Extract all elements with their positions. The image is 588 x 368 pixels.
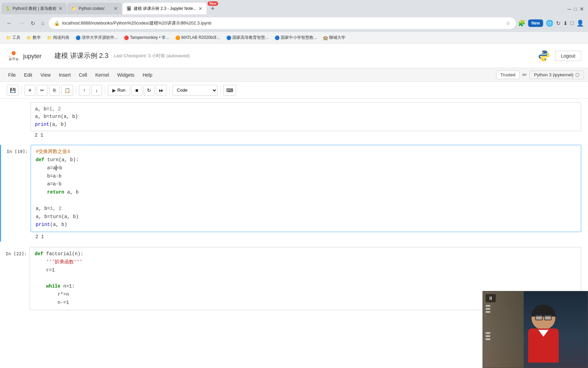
bookmark-folder-3[interactable]: 📁 阅读列表 <box>44 34 72 42</box>
bookmark-tsinghua[interactable]: 🔵 清华大学开源软件... <box>73 34 120 42</box>
bookmark-liaocheng[interactable]: 🏫 聊城大学 <box>320 34 348 42</box>
close-btn[interactable]: ✕ <box>579 6 584 12</box>
home-btn[interactable]: ⌂ <box>39 19 47 28</box>
tab-3[interactable]: 📓 建模 讲课示例 2.3 - Jupyter Note... ✕ <box>122 3 207 14</box>
menu-insert[interactable]: Insert <box>55 70 75 80</box>
prev-output-prompt <box>0 131 31 139</box>
save-button[interactable]: 💾 <box>7 85 19 96</box>
extensions-icon[interactable]: 🧩 <box>518 19 525 27</box>
bookmark-matlab[interactable]: 🟠 MATLAB R2020b详... <box>173 34 223 42</box>
code22-line5: while n>1: <box>35 282 576 291</box>
trusted-button[interactable]: Trusted <box>496 71 520 79</box>
download-icon[interactable]: ⬇ <box>563 20 568 27</box>
minimize-btn[interactable]: ─ <box>567 6 571 12</box>
tab-1[interactable]: 🐍 Python3 教程 | 菜鸟教程 ✕ <box>1 3 67 14</box>
run-button[interactable]: ▶ Run <box>108 85 130 96</box>
menu-file[interactable]: File <box>4 70 20 80</box>
edge-icon[interactable]: 🌐 <box>546 19 553 27</box>
prev-cell-fragment: a, b=1, 2 a, b=turn(a, b) print(a, b) <box>0 102 588 131</box>
new-badge: New <box>208 1 218 6</box>
svg-point-1 <box>12 57 15 60</box>
prev-code-fragment: a, b=1, 2 a, b=turn(a, b) print(a, b) <box>31 102 581 131</box>
move-down-button[interactable]: ↓ <box>91 85 102 96</box>
tab-2[interactable]: 📁 Python codes/ ✕ <box>67 3 122 14</box>
toolbar: 💾 + ✂ ⎘ 📋 ↑ ↓ ▶ Run ■ ↻ ⏭ Code Markdown … <box>0 82 588 99</box>
folder-icon: 📁 <box>6 35 11 40</box>
logout-button[interactable]: Logout <box>555 51 581 61</box>
jupyter-header: ju jupyter 建模 讲课示例 2.3 Last Checkpoint: … <box>0 44 588 68</box>
pencil-edit-icon[interactable]: ✏ <box>522 72 527 78</box>
stop-button[interactable]: ■ <box>131 85 142 96</box>
copy-button[interactable]: ⎘ <box>49 85 60 96</box>
restart-button[interactable]: ↻ <box>144 85 154 96</box>
cell-type-select[interactable]: Code Markdown Raw NBConvert <box>173 85 217 96</box>
bookmark-edu2[interactable]: 🔵 国家中小学智慧教... <box>272 34 320 42</box>
menu-edit[interactable]: Edit <box>20 70 36 80</box>
keyboard-button[interactable]: ⌨ <box>223 85 236 96</box>
maximize-btn[interactable]: □ <box>574 6 577 12</box>
profile-icon[interactable]: 👤 <box>576 19 584 27</box>
forward-btn[interactable]: → <box>16 18 27 28</box>
bookmark-edu1[interactable]: 🔵 国家高等教育智慧... <box>224 34 271 42</box>
paste-button[interactable]: 📋 <box>61 85 73 96</box>
code22-line1: def factorial(n): <box>35 250 576 258</box>
edu2-icon: 🔵 <box>275 35 280 40</box>
back-btn[interactable]: ← <box>4 18 14 28</box>
matlab-icon: 🟠 <box>175 35 180 40</box>
new-btn[interactable]: New <box>528 19 543 27</box>
menu-view[interactable]: View <box>36 70 55 80</box>
header-right: Logout <box>537 49 581 63</box>
address-bar-row: ← → ↻ ⌂ 🔒 localhost:8888/notebooks/Pytho… <box>0 14 588 32</box>
new-tab-badge: + New <box>208 3 217 14</box>
bookmark-folder-2[interactable]: 📁 数学 <box>24 34 44 42</box>
fast-forward-button[interactable]: ⏭ <box>156 85 167 96</box>
refresh-btn[interactable]: ↻ <box>29 19 37 28</box>
sync-icon[interactable]: ↻ <box>556 20 560 27</box>
tab2-close[interactable]: ✕ <box>114 6 118 11</box>
cell19-output-text: 2 1 <box>31 232 49 242</box>
svg-point-7 <box>545 59 546 60</box>
pause-indicator <box>486 305 490 313</box>
cut-button[interactable]: ✂ <box>37 85 48 96</box>
add-cell-button[interactable]: + <box>24 85 35 96</box>
lock-icon: 🔒 <box>54 21 60 26</box>
notebook-title[interactable]: 建模 讲课示例 2.3 <box>54 51 109 60</box>
tamper-icon: 🔴 <box>124 35 129 40</box>
jupyter-logo-area: ju jupyter 建模 讲课示例 2.3 Last Checkpoint: … <box>7 49 190 63</box>
menu-widgets[interactable]: Widgets <box>113 70 138 80</box>
new-tab-icon[interactable]: + <box>208 5 217 12</box>
tab1-close[interactable]: ✕ <box>59 6 63 11</box>
bookmark-folder-1[interactable]: 📁 工具 <box>3 34 23 42</box>
code-line-prev3: print(a, b) <box>35 121 577 128</box>
menu-cell[interactable]: Cell <box>75 70 91 80</box>
svg-point-0 <box>12 51 16 55</box>
menu-kernel[interactable]: Kernel <box>91 70 113 80</box>
liaocheng-icon: 🏫 <box>323 35 328 40</box>
side-pause-indicator <box>486 332 490 340</box>
menu-help[interactable]: Help <box>138 70 157 80</box>
tab2-favicon: 📁 <box>71 6 77 11</box>
tab-bar: 🐍 Python3 教程 | 菜鸟教程 ✕ 📁 Python codes/ ✕ … <box>0 0 588 14</box>
move-up-button[interactable]: ↑ <box>79 85 90 96</box>
pause-button[interactable]: ⏸ <box>486 294 496 302</box>
tsinghua-icon: 🔵 <box>76 35 81 40</box>
code19-line9: a, b=turn(a, b) <box>36 213 576 221</box>
toolbar-sep5 <box>220 86 220 94</box>
tab1-title: Python3 教程 | 菜鸟教程 <box>13 6 56 12</box>
tab3-close[interactable]: ✕ <box>198 6 202 11</box>
code19-line5: a=a-b <box>36 180 576 188</box>
toolbar-sep1 <box>21 86 22 94</box>
cell19-code[interactable]: #交换两数之值4 def turn(a, b): a=a+b b=a-b a=a… <box>31 145 581 232</box>
screenshot-icon[interactable]: □ <box>570 20 574 26</box>
code-line-prev2: a, b=turn(a, b) <box>35 113 577 120</box>
code19-line6: return a, b <box>36 188 576 197</box>
kernel-label: Python 3 (ipykernel) <box>534 72 573 77</box>
bookmark-tampermonkey[interactable]: 🔴 Tampermonkey • 常... <box>121 34 172 42</box>
cell19-out-prompt <box>1 232 31 242</box>
star-icon[interactable]: ☆ <box>506 20 510 26</box>
run-icon: ▶ <box>112 88 116 93</box>
svg-point-3 <box>16 58 18 61</box>
svg-point-6 <box>542 52 543 53</box>
code19-line8: a, b=1, 2 <box>36 205 576 213</box>
address-bar[interactable]: 🔒 localhost:8888/notebooks/Python%20code… <box>49 17 516 29</box>
